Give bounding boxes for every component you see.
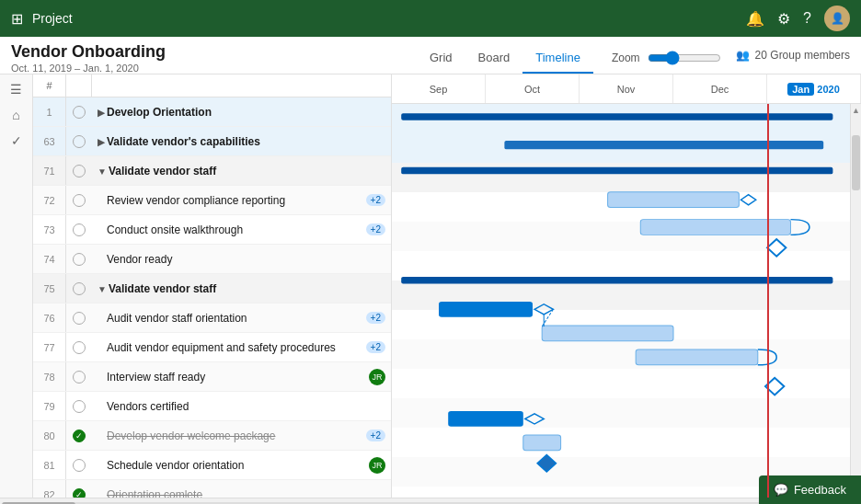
table-row: 63 ▶Validate vendor's capabilities: [33, 127, 391, 156]
sub-header: Vendor Onboarding Oct. 11, 2019 – Jan. 1…: [0, 37, 861, 74]
current-month-badge: Jan: [787, 83, 814, 96]
table-row: 76 Audit vendor staff orientation +2: [33, 304, 391, 333]
settings-icon[interactable]: ⚙: [777, 10, 790, 28]
table-row: 79 Vendors certified: [33, 392, 391, 421]
tab-timeline[interactable]: Timeline: [522, 43, 593, 74]
gantt-header: Sep Oct Nov Dec Jan 2020: [392, 74, 861, 104]
svg-marker-3: [740, 195, 755, 205]
grid-icon[interactable]: ⊞: [11, 10, 23, 28]
row-check[interactable]: [66, 430, 92, 442]
row-badge: JR: [369, 369, 385, 385]
top-nav: ⊞ Project 🔔 ⚙ ? 👤: [0, 0, 861, 37]
gantt-month-nov: Nov: [580, 74, 673, 103]
row-badge: JR: [369, 457, 385, 474]
row-name: Review vendor compliance reporting: [92, 194, 366, 207]
scroll-up-btn[interactable]: ▲: [851, 104, 861, 117]
svg-rect-14: [523, 435, 561, 451]
table-row: 77 Audit vendor equipment and safety pro…: [33, 333, 391, 362]
table-row: 1 ▶Develop Orientation: [33, 97, 391, 127]
row-name: ▼Validate vendor staff: [92, 282, 391, 295]
svg-rect-7: [439, 302, 533, 317]
right-scrollbar[interactable]: ▲ ▼: [850, 104, 861, 485]
project-title: Vendor Onboarding: [11, 42, 417, 62]
zoom-label: Zoom: [612, 52, 640, 64]
row-check[interactable]: [66, 312, 92, 325]
svg-marker-11: [765, 378, 784, 395]
svg-marker-15: [537, 454, 556, 472]
row-check[interactable]: [66, 371, 92, 384]
table-row: 74 Vendor ready: [33, 245, 391, 274]
main-layout: ☰ ⌂ ✓ # 1 ▶Develop Orientation 63 ▶Valid…: [0, 74, 861, 498]
zoom-section: Zoom: [612, 51, 721, 65]
bottom-scrollbar[interactable]: [0, 498, 861, 504]
gantt-bar-1: [401, 113, 832, 120]
row-name: Develop vendor welcome package: [92, 430, 366, 442]
scroll-thumb[interactable]: [852, 135, 860, 190]
row-check[interactable]: [66, 194, 92, 207]
row-num: 74: [33, 245, 66, 273]
project-dates: Oct. 11, 2019 – Jan. 1, 2020: [11, 63, 417, 74]
table-row: 72 Review vendor compliance reporting +2: [33, 186, 391, 215]
row-check[interactable]: [66, 106, 92, 119]
gantt-svg: [392, 104, 861, 498]
table-row: 82 Orientation comlete: [33, 480, 391, 498]
col-check-header: [66, 74, 92, 97]
tab-board[interactable]: Board: [465, 43, 523, 74]
row-check[interactable]: [66, 135, 92, 148]
svg-rect-1: [401, 167, 832, 174]
row-num: 72: [33, 186, 66, 214]
svg-rect-4: [640, 220, 790, 235]
feedback-icon: 💬: [774, 483, 788, 497]
gantt-month-sep: Sep: [392, 74, 486, 103]
home-icon[interactable]: ⌂: [12, 108, 19, 122]
svg-marker-13: [525, 414, 544, 424]
table-header: #: [33, 74, 391, 97]
feedback-label: Feedback: [794, 483, 846, 497]
project-info: Vendor Onboarding Oct. 11, 2019 – Jan. 1…: [11, 42, 417, 74]
svg-rect-9: [542, 326, 673, 341]
row-check[interactable]: [66, 223, 92, 236]
row-num: 82: [33, 480, 66, 498]
row-check[interactable]: [66, 282, 92, 295]
row-check[interactable]: [66, 341, 92, 354]
row-num: 63: [33, 127, 66, 155]
group-members-label: 20 Group members: [755, 49, 850, 62]
gantt-panel: Sep Oct Nov Dec Jan 2020: [392, 74, 861, 498]
row-check[interactable]: [66, 165, 92, 178]
table-row: 80 Develop vendor welcome package +2: [33, 421, 391, 451]
row-num: 71: [33, 156, 66, 185]
row-check[interactable]: [66, 459, 92, 472]
row-check[interactable]: [66, 488, 92, 498]
svg-rect-6: [401, 277, 832, 283]
table-row: 75 ▼Validate vendor staff: [33, 274, 391, 304]
col-name-header: [92, 74, 391, 97]
row-badge: +2: [366, 194, 385, 206]
check-icon[interactable]: ✓: [11, 133, 22, 148]
row-num: 76: [33, 304, 66, 332]
row-check[interactable]: [66, 253, 92, 266]
table-row: 78 Interview staff ready JR: [33, 362, 391, 392]
row-name: Vendors certified: [92, 400, 391, 413]
row-num: 1: [33, 97, 66, 126]
bell-icon[interactable]: 🔔: [746, 10, 764, 28]
row-num: 77: [33, 333, 66, 361]
help-icon[interactable]: ?: [803, 10, 811, 27]
menu-icon[interactable]: ☰: [10, 82, 22, 97]
row-check[interactable]: [66, 400, 92, 413]
group-members[interactable]: 👥 20 Group members: [736, 49, 850, 67]
row-num: 73: [33, 215, 66, 244]
gantt-month-dec: Dec: [673, 74, 767, 103]
tab-grid[interactable]: Grid: [417, 43, 465, 74]
zoom-slider[interactable]: [648, 51, 721, 65]
view-tabs: Grid Board Timeline: [417, 43, 593, 73]
row-name: Audit vendor staff orientation: [92, 312, 366, 325]
svg-rect-10: [636, 349, 758, 365]
scroll-area: [851, 117, 861, 472]
avatar[interactable]: 👤: [824, 6, 850, 31]
row-num: 75: [33, 274, 66, 303]
gantt-month-jan: Jan 2020: [767, 74, 861, 103]
row-name: Conduct onsite walkthrough: [92, 223, 366, 236]
gantt-month-oct: Oct: [486, 74, 580, 103]
row-num: 80: [33, 421, 66, 450]
feedback-button[interactable]: 💬 Feedback: [759, 475, 861, 504]
